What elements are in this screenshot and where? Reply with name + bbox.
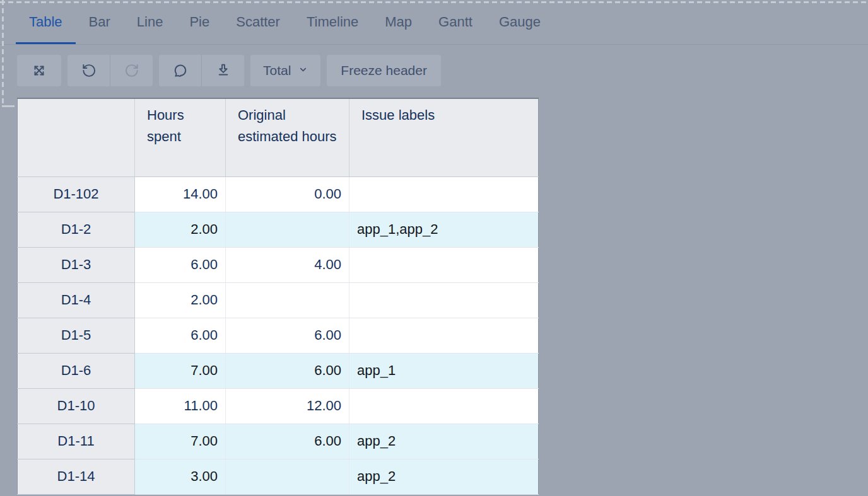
freeze-header-button[interactable]: Freeze header xyxy=(327,55,441,86)
tab-table[interactable]: Table xyxy=(16,0,76,44)
cell-original-estimated-hours[interactable]: 4.00 xyxy=(226,247,349,282)
cell-hours-spent[interactable]: 3.00 xyxy=(135,459,226,494)
cell-issue-labels[interactable]: app_1,app_2 xyxy=(349,212,539,247)
tab-scatter[interactable]: Scatter xyxy=(223,0,293,44)
cell-hours-spent[interactable]: 6.00 xyxy=(135,318,226,353)
column-header-empty[interactable] xyxy=(18,98,135,176)
table-row: D1-4 2.00 xyxy=(18,282,539,318)
cell-issue-labels[interactable] xyxy=(349,247,539,282)
expand-button[interactable] xyxy=(17,55,61,86)
chart-type-tabs: Table Bar Line Pie Scatter Timeline Map … xyxy=(0,0,868,45)
tab-bar[interactable]: Bar xyxy=(76,0,124,44)
cell-original-estimated-hours[interactable]: 6.00 xyxy=(226,424,349,459)
row-header[interactable]: D1-10 xyxy=(18,388,135,424)
row-header[interactable]: D1-102 xyxy=(18,176,135,212)
selection-dashed-line-top xyxy=(0,1,868,3)
download-button[interactable] xyxy=(201,55,244,86)
expand-arrows-icon xyxy=(31,62,47,79)
column-header-original-estimated-hours[interactable]: Original estimated hours xyxy=(226,98,349,176)
cell-hours-spent[interactable]: 7.00 xyxy=(135,424,226,459)
undo-icon xyxy=(81,62,97,79)
cell-original-estimated-hours[interactable]: 6.00 xyxy=(226,318,349,353)
cell-original-estimated-hours[interactable]: 12.00 xyxy=(226,388,349,424)
cell-original-estimated-hours[interactable]: 6.00 xyxy=(226,353,349,388)
comment-button[interactable] xyxy=(159,55,201,86)
cell-issue-labels[interactable] xyxy=(349,388,539,424)
row-header[interactable]: D1-6 xyxy=(18,353,135,388)
table-row: D1-14 3.00 app_2 xyxy=(18,459,539,494)
column-header-issue-labels[interactable]: Issue labels xyxy=(349,98,539,176)
tab-pie[interactable]: Pie xyxy=(176,0,223,44)
tab-timeline[interactable]: Timeline xyxy=(293,0,372,44)
tab-map[interactable]: Map xyxy=(372,0,425,44)
redo-button[interactable] xyxy=(110,55,153,86)
column-header-hours-spent[interactable]: Hours spent xyxy=(135,98,226,176)
cell-original-estimated-hours[interactable]: 0.00 xyxy=(226,176,349,212)
cell-issue-labels[interactable]: app_1 xyxy=(349,353,539,388)
table-row: D1-102 14.00 0.00 xyxy=(18,176,539,212)
cell-original-estimated-hours[interactable] xyxy=(226,212,349,247)
table-header-row: Hours spent Original estimated hours Iss… xyxy=(18,98,539,176)
table-row: D1-2 2.00 app_1,app_2 xyxy=(18,212,539,247)
redo-icon xyxy=(124,62,140,79)
table-row: D1-3 6.00 4.00 xyxy=(18,247,539,282)
cell-hours-spent[interactable]: 11.00 xyxy=(135,388,226,424)
cell-original-estimated-hours[interactable] xyxy=(226,282,349,318)
table-row: D1-6 7.00 6.00 app_1 xyxy=(18,353,539,388)
table-row: D1-10 11.00 12.00 xyxy=(18,388,539,424)
tab-line[interactable]: Line xyxy=(124,0,177,44)
row-header[interactable]: D1-5 xyxy=(18,318,135,353)
cell-issue-labels[interactable] xyxy=(349,282,539,318)
row-header[interactable]: D1-4 xyxy=(18,282,135,318)
chevron-down-icon xyxy=(298,65,308,77)
row-header[interactable]: D1-3 xyxy=(18,247,135,282)
comment-bubble-icon xyxy=(172,62,189,79)
cell-original-estimated-hours[interactable] xyxy=(226,459,349,494)
selection-dashed-corner xyxy=(2,105,15,107)
report-table: Hours spent Original estimated hours Iss… xyxy=(17,98,539,495)
cell-issue-labels[interactable] xyxy=(349,176,539,212)
cell-issue-labels[interactable]: app_2 xyxy=(349,459,539,494)
undo-button[interactable] xyxy=(67,55,110,86)
tab-gauge[interactable]: Gauge xyxy=(486,0,554,44)
cell-hours-spent[interactable]: 2.00 xyxy=(135,212,226,247)
row-header[interactable]: D1-11 xyxy=(18,424,135,459)
comment-download-group xyxy=(159,55,244,86)
row-header[interactable]: D1-2 xyxy=(18,212,135,247)
tab-gantt[interactable]: Gantt xyxy=(425,0,486,44)
row-header[interactable]: D1-14 xyxy=(18,459,135,494)
table-row: D1-5 6.00 6.00 xyxy=(18,318,539,353)
total-dropdown[interactable]: Total xyxy=(250,55,320,86)
table-toolbar: Total Freeze header xyxy=(17,55,868,86)
cell-hours-spent[interactable]: 14.00 xyxy=(135,176,226,212)
selection-dashed-line-left xyxy=(2,0,4,106)
cell-hours-spent[interactable]: 2.00 xyxy=(135,282,226,318)
cell-hours-spent[interactable]: 6.00 xyxy=(135,247,226,282)
cell-issue-labels[interactable]: app_2 xyxy=(349,424,539,459)
table-row: D1-11 7.00 6.00 app_2 xyxy=(18,424,539,459)
total-dropdown-label: Total xyxy=(263,63,291,78)
download-icon xyxy=(215,62,232,79)
undo-redo-group xyxy=(67,55,153,86)
report-table-container: Hours spent Original estimated hours Iss… xyxy=(17,98,539,495)
cell-issue-labels[interactable] xyxy=(349,318,539,353)
cell-hours-spent[interactable]: 7.00 xyxy=(135,353,226,388)
